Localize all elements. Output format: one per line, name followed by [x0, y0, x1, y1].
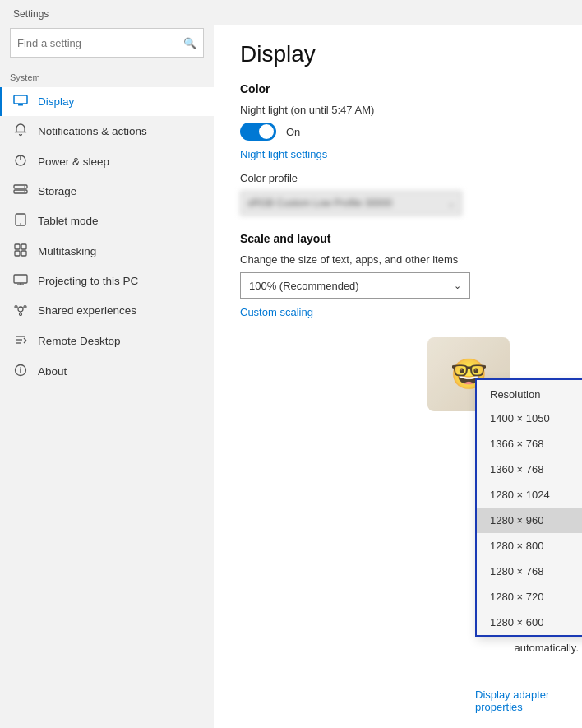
settings-window: Settings 🔍 System Display — [0, 0, 582, 728]
sidebar-item-remote-label: Remote Desktop — [38, 335, 121, 347]
resolution-item-7[interactable]: 1280 × 720 — [477, 584, 582, 610]
resolution-item-2[interactable]: 1360 × 768 — [477, 457, 582, 482]
sidebar-item-multitasking-label: Multitasking — [38, 245, 96, 257]
sidebar-item-power-label: Power & sleep — [38, 155, 109, 168]
color-profile-label: Color profile — [240, 172, 556, 184]
search-icon: 🔍 — [183, 37, 196, 49]
svg-point-18 — [18, 307, 23, 312]
resolution-item-5[interactable]: 1280 × 800 — [477, 533, 582, 559]
svg-rect-12 — [21, 244, 26, 249]
shared-icon — [13, 303, 28, 318]
color-profile-wrap: sRGB Custom Low Profile 30000 ⌄ — [240, 191, 556, 216]
toggle-knob — [259, 124, 274, 139]
notifications-icon — [13, 123, 28, 139]
svg-line-27 — [24, 338, 26, 341]
svg-point-21 — [20, 313, 22, 316]
svg-point-20 — [24, 306, 26, 308]
power-icon — [13, 154, 28, 169]
scale-dropdown[interactable]: 100% (Recommended) ⌄ — [240, 272, 470, 299]
sidebar-item-storage[interactable]: Storage — [0, 177, 214, 206]
sidebar-item-shared[interactable]: Shared experiences — [0, 295, 214, 326]
sidebar-item-about-label: About — [38, 365, 67, 378]
color-profile-value: sRGB Custom Low Profile 30000 — [247, 197, 448, 209]
auto-text: automatically. — [514, 642, 579, 654]
resolution-item-0[interactable]: 1400 × 1050 — [477, 406, 582, 431]
svg-line-28 — [24, 341, 26, 343]
night-light-toggle-row: On — [240, 123, 556, 141]
about-icon — [13, 364, 28, 379]
svg-rect-15 — [14, 275, 27, 283]
scale-section-heading: Scale and layout — [240, 232, 556, 245]
storage-icon — [13, 184, 28, 198]
remote-icon — [13, 333, 28, 349]
page-title: Display — [240, 41, 556, 67]
sidebar-item-remote[interactable]: Remote Desktop — [0, 326, 214, 356]
svg-rect-2 — [16, 104, 25, 104]
color-profile-chevron-icon: ⌄ — [448, 199, 455, 208]
title-bar: Settings — [0, 0, 582, 25]
search-box-wrap: 🔍 — [0, 28, 214, 69]
sidebar-item-display[interactable]: Display — [0, 87, 214, 116]
tablet-icon — [13, 213, 28, 229]
sidebar-item-storage-label: Storage — [38, 185, 76, 197]
sidebar-item-notifications[interactable]: Notifications & actions — [0, 116, 214, 146]
sidebar-item-tablet-label: Tablet mode — [38, 215, 99, 227]
resolution-header: Resolution — [477, 380, 582, 406]
sidebar-item-multitasking[interactable]: Multitasking — [0, 236, 214, 267]
sidebar-item-tablet[interactable]: Tablet mode — [0, 206, 214, 236]
search-box-container[interactable]: 🔍 — [10, 28, 204, 58]
color-profile-dropdown[interactable]: sRGB Custom Low Profile 30000 ⌄ — [240, 191, 462, 216]
night-light-label: Night light (on until 5:47 AM) — [240, 104, 556, 116]
content-area: 🔍 System Display Notifications & actions — [0, 25, 582, 728]
sidebar-item-about[interactable]: About — [0, 356, 214, 387]
svg-point-32 — [20, 367, 21, 369]
resolution-item-8[interactable]: 1280 × 600 — [477, 610, 582, 635]
sidebar-item-display-label: Display — [38, 95, 74, 108]
search-input[interactable] — [17, 37, 183, 49]
sidebar-item-notifications-label: Notifications & actions — [38, 125, 147, 137]
resolution-dropdown[interactable]: Resolution 1400 × 1050 1366 × 768 1360 ×… — [475, 378, 582, 637]
custom-scaling-link[interactable]: Custom scaling — [240, 306, 313, 318]
display-icon — [13, 95, 28, 109]
color-section-heading: Color — [240, 82, 556, 95]
projecting-icon — [13, 274, 28, 288]
scale-change-label: Change the size of text, apps, and other… — [240, 253, 556, 266]
sidebar-section-label: System — [0, 69, 214, 87]
svg-rect-0 — [14, 95, 27, 104]
svg-point-8 — [24, 191, 25, 192]
resolution-item-1[interactable]: 1366 × 768 — [477, 431, 582, 457]
svg-rect-13 — [15, 251, 20, 256]
scale-section: Scale and layout Change the size of text… — [240, 232, 556, 330]
title-bar-label: Settings — [13, 8, 48, 20]
night-light-toggle[interactable] — [240, 123, 276, 141]
sidebar-item-power[interactable]: Power & sleep — [0, 146, 214, 177]
sidebar-item-projecting-label: Projecting to this PC — [38, 275, 138, 287]
svg-rect-14 — [21, 251, 26, 256]
resolution-item-4[interactable]: 1280 × 960 — [477, 508, 582, 533]
display-adapter-link[interactable]: Display adapter properties — [475, 689, 582, 713]
scale-chevron-icon: ⌄ — [454, 281, 461, 291]
sidebar-item-shared-label: Shared experiences — [38, 304, 136, 317]
multitasking-icon — [13, 243, 28, 259]
toggle-on-label: On — [286, 126, 300, 138]
main-content: Display Color Night light (on until 5:47… — [214, 25, 582, 728]
sidebar-item-projecting[interactable]: Projecting to this PC — [0, 267, 214, 295]
scale-value: 100% (Recommended) — [249, 280, 454, 292]
svg-rect-11 — [15, 244, 20, 249]
svg-rect-1 — [18, 104, 23, 106]
resolution-item-6[interactable]: 1280 × 768 — [477, 559, 582, 584]
resolution-item-3[interactable]: 1280 × 1024 — [477, 482, 582, 508]
sidebar: 🔍 System Display Notifications & actions — [0, 25, 214, 728]
night-light-settings-link[interactable]: Night light settings — [240, 148, 327, 160]
svg-point-19 — [15, 306, 17, 308]
svg-point-10 — [20, 223, 21, 225]
resolution-list: 1400 × 1050 1366 × 768 1360 × 768 1280 ×… — [477, 406, 582, 635]
svg-point-7 — [24, 186, 25, 188]
